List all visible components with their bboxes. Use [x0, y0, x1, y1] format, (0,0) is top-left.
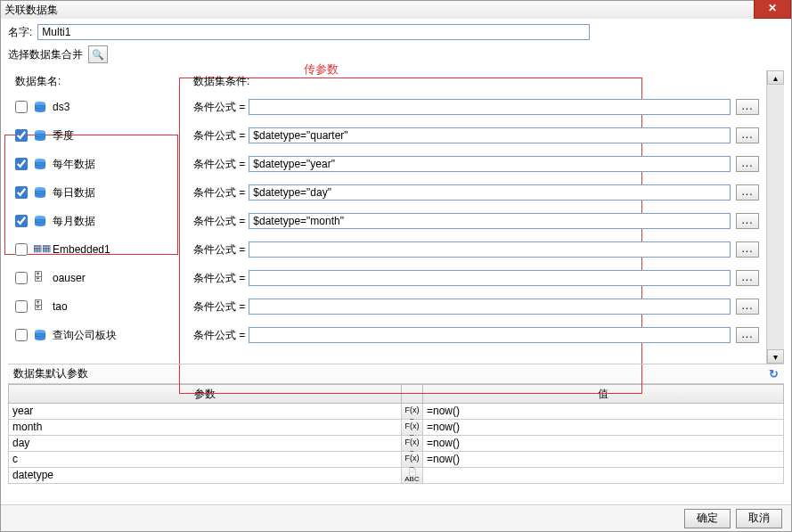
condition-more-button[interactable]: ...: [736, 184, 759, 201]
param-name-cell[interactable]: datetype: [8, 468, 402, 484]
condition-more-button[interactable]: ...: [736, 156, 759, 172]
magnifier-button[interactable]: 🔍: [88, 45, 108, 63]
condition-input[interactable]: [249, 327, 731, 343]
condition-more-button[interactable]: ...: [736, 127, 759, 143]
window-title: 关联数据集: [4, 4, 58, 16]
param-name-cell[interactable]: day: [8, 436, 402, 452]
dataset-checkbox[interactable]: [15, 158, 28, 170]
table-icon: ▦▦: [33, 242, 47, 257]
dataset-checkbox[interactable]: [15, 215, 28, 227]
dataset-checkbox[interactable]: [15, 101, 28, 113]
dataset-item[interactable]: 季度: [15, 123, 179, 148]
condition-more-button[interactable]: ...: [736, 270, 759, 286]
database-icon: [33, 214, 47, 228]
dataset-label: Embedded1: [53, 243, 110, 256]
dataset-checkbox[interactable]: [15, 186, 28, 199]
database-icon: [33, 128, 47, 143]
param-fx-button[interactable]: 📄ABC: [402, 468, 423, 484]
dataset-item[interactable]: 每年数据: [15, 151, 179, 176]
condition-label: 条件公式 =: [193, 185, 245, 201]
condition-row: 条件公式 =...: [193, 237, 759, 262]
svg-point-10: [35, 330, 45, 333]
dataset-label: 查询公司板块: [53, 328, 117, 343]
condition-more-button[interactable]: ...: [736, 299, 759, 315]
condition-label: 条件公式 =: [193, 328, 245, 343]
param-header-name: 参数: [8, 384, 402, 404]
param-name-cell[interactable]: c: [8, 452, 402, 468]
condition-label: 条件公式 =: [193, 100, 245, 115]
condition-input[interactable]: [249, 241, 731, 258]
condition-more-button[interactable]: ...: [736, 327, 759, 343]
condition-more-button[interactable]: ...: [736, 213, 759, 229]
dataset-item[interactable]: 每月数据: [15, 209, 179, 233]
condition-row: 条件公式 =...: [193, 294, 759, 319]
condition-label: 条件公式 =: [193, 299, 245, 315]
scroll-down-icon[interactable]: ▾: [767, 349, 784, 364]
ok-button[interactable]: 确定: [684, 509, 731, 528]
param-value-cell[interactable]: [423, 468, 784, 484]
param-value-cell[interactable]: =now(): [423, 436, 784, 452]
dataset-checkbox[interactable]: [15, 243, 28, 256]
param-value-cell[interactable]: =now(): [423, 452, 784, 468]
svg-point-4: [35, 159, 45, 162]
scrollbar[interactable]: ▴ ▾: [766, 70, 784, 364]
database-icon: [33, 328, 47, 342]
svg-point-0: [35, 102, 45, 105]
name-input[interactable]: [37, 24, 590, 40]
cancel-button[interactable]: 取消: [736, 509, 782, 528]
param-fx-button[interactable]: F(x)▾: [402, 420, 423, 436]
param-name-cell[interactable]: month: [8, 420, 402, 436]
dataset-checkbox[interactable]: [15, 272, 28, 284]
condition-input[interactable]: [249, 270, 731, 286]
param-row: dayF(x)▾=now(): [8, 436, 784, 452]
param-fx-button[interactable]: F(x)▾: [402, 452, 423, 468]
param-header-value: 值: [423, 384, 784, 404]
param-name-cell[interactable]: year: [8, 404, 402, 420]
dataset-item[interactable]: ds3: [15, 94, 179, 119]
condition-row: 条件公式 =...: [193, 123, 759, 148]
server-icon: 🗄: [33, 299, 47, 314]
dataset-label: 季度: [53, 128, 74, 143]
condition-more-button[interactable]: ...: [736, 241, 759, 258]
condition-input[interactable]: [249, 127, 731, 143]
condition-label: 条件公式 =: [193, 157, 245, 172]
database-icon: [33, 100, 47, 114]
dataset-label: oauser: [53, 272, 86, 284]
condition-row: 条件公式 =...: [193, 266, 759, 291]
condition-label: 条件公式 =: [193, 214, 245, 229]
condition-input[interactable]: [249, 213, 731, 229]
param-value-cell[interactable]: =now(): [423, 404, 784, 420]
condition-row: 条件公式 =...: [193, 94, 759, 119]
dataset-item[interactable]: 🗄tao: [15, 294, 179, 319]
condition-input[interactable]: [249, 99, 731, 115]
params-panel-label: 数据集默认参数: [13, 366, 88, 381]
close-button[interactable]: ✕: [754, 0, 791, 19]
dataset-item[interactable]: 🗄oauser: [15, 266, 179, 291]
param-fx-button[interactable]: F(x)▾: [402, 404, 423, 420]
dataset-label: tao: [53, 300, 68, 313]
condition-input[interactable]: [249, 156, 731, 172]
param-value-cell[interactable]: =now(): [423, 420, 784, 436]
condition-input[interactable]: [249, 184, 731, 201]
param-fx-button[interactable]: F(x)▾: [402, 436, 423, 452]
dataset-checkbox[interactable]: [15, 129, 28, 142]
svg-point-2: [35, 130, 45, 134]
magnifier-icon: 🔍: [92, 49, 104, 61]
dataset-label: 每日数据: [53, 185, 95, 201]
condition-input[interactable]: [249, 299, 731, 315]
condition-more-button[interactable]: ...: [736, 99, 759, 115]
dataset-item[interactable]: 查询公司板块: [15, 323, 179, 348]
param-row: monthF(x)▾=now(): [8, 420, 784, 436]
refresh-icon[interactable]: ↻: [769, 367, 779, 381]
dataset-item[interactable]: 每日数据: [15, 180, 179, 205]
dataset-label: ds3: [53, 101, 69, 113]
name-label: 名字:: [8, 25, 32, 40]
dataset-item[interactable]: ▦▦Embedded1: [15, 237, 179, 262]
dataset-checkbox[interactable]: [15, 300, 28, 313]
dataset-label: 每年数据: [53, 157, 95, 172]
condition-label: 条件公式 =: [193, 242, 245, 258]
database-icon: [33, 157, 47, 171]
dataset-column-header: 数据集名:: [15, 74, 179, 89]
dataset-checkbox[interactable]: [15, 329, 28, 341]
scroll-up-icon[interactable]: ▴: [767, 70, 784, 85]
